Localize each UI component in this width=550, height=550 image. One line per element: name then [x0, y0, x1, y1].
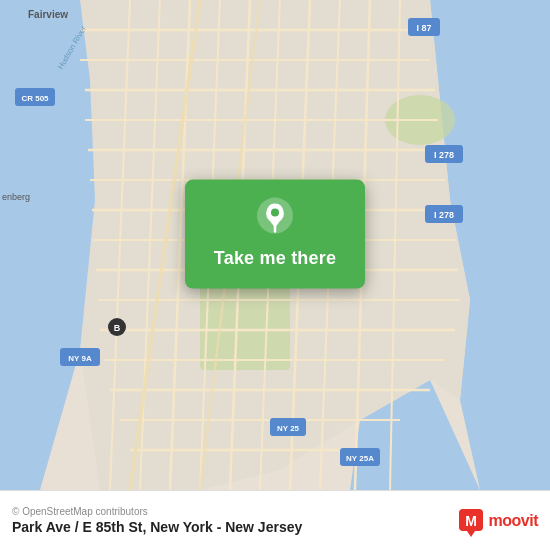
location-pin-icon	[255, 196, 295, 236]
moovit-brand-icon: M	[457, 505, 485, 537]
footer-bar: © OpenStreetMap contributors Park Ave / …	[0, 490, 550, 550]
osm-credit: © OpenStreetMap contributors	[12, 506, 457, 517]
location-name: Park Ave / E 85th St, New York - New Jer…	[12, 519, 457, 535]
svg-text:enberg: enberg	[2, 192, 30, 202]
svg-text:I 278: I 278	[434, 150, 454, 160]
svg-text:NY 9A: NY 9A	[68, 354, 92, 363]
moovit-logo: M moovit	[457, 505, 538, 537]
footer-text-group: © OpenStreetMap contributors Park Ave / …	[12, 506, 457, 535]
svg-text:M: M	[465, 513, 477, 529]
svg-text:I 87: I 87	[416, 23, 431, 33]
svg-point-50	[271, 209, 279, 217]
navigation-card: Take me there	[185, 180, 365, 289]
svg-marker-53	[467, 531, 475, 537]
svg-text:B: B	[114, 323, 121, 333]
svg-text:Fairview: Fairview	[28, 9, 68, 20]
map-view: I 87 I 278 I 278 CR 505 NY 9A NY 25 NY 2…	[0, 0, 550, 490]
svg-text:NY 25: NY 25	[277, 424, 300, 433]
svg-text:CR 505: CR 505	[21, 94, 49, 103]
moovit-label: moovit	[489, 512, 538, 530]
svg-text:I 278: I 278	[434, 210, 454, 220]
svg-text:NY 25A: NY 25A	[346, 454, 374, 463]
take-me-there-button[interactable]: Take me there	[214, 248, 336, 269]
